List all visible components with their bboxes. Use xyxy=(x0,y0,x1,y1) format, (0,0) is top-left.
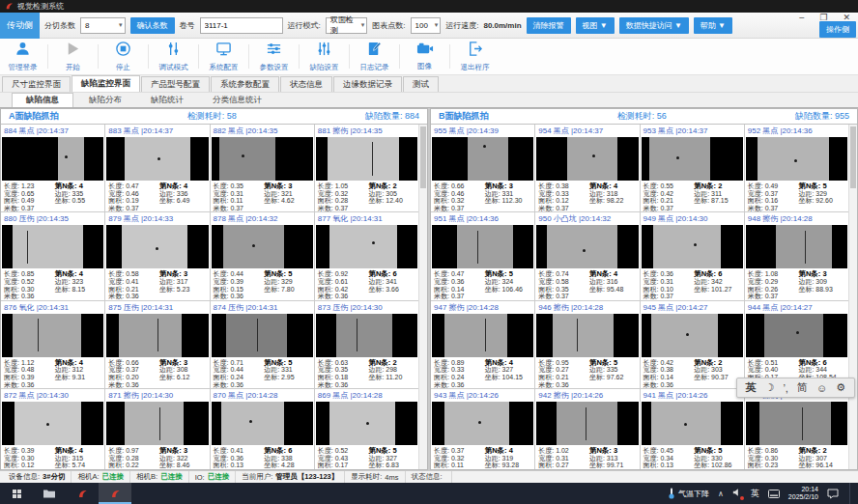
icon-button-7[interactable]: 缺陷设置 xyxy=(301,39,347,74)
chart-points-select[interactable]: 100▾ xyxy=(411,17,442,34)
defect-cell[interactable]: 945 黑点 |20:14:27 长度: 0.42 宽度: 0.38 面积: 0… xyxy=(641,301,745,388)
main-tab[interactable]: 边缘数据记录 xyxy=(333,76,402,92)
detection-app-button[interactable] xyxy=(66,483,99,504)
notification-icon[interactable] xyxy=(827,489,839,499)
defect-cell[interactable]: 955 黑点 |20:14:39 长度: 0.66 宽度: 0.46 面积: 0… xyxy=(431,125,535,211)
icon-button-9[interactable]: 图像 xyxy=(402,39,447,74)
defect-cell[interactable]: 872 黑点 |20:14:30 长度: 0.39 宽度: 0.30 面积: 0… xyxy=(1,389,105,469)
defect-cell[interactable]: 954 黑点 |20:14:37 长度: 0.38 宽度: 0.33 面积: 0… xyxy=(535,125,640,211)
defect-cell[interactable]: 884 黑点 |20:14:37 长度: 1.23 宽度: 0.65 面积: 0… xyxy=(1,125,105,211)
defect-strip-number: 第N条: 2 xyxy=(368,359,415,367)
operator-side-button[interactable]: 操作侧 xyxy=(819,21,856,38)
icon-button-6[interactable]: 参数设置 xyxy=(251,39,297,74)
defect-cell[interactable]: 941 黑点 |20:14:26 长度: 0.45 宽度: 0.34 面积: 0… xyxy=(641,389,745,469)
view-menu-button[interactable]: 视图 ▼ xyxy=(576,17,615,34)
defect-cell[interactable]: 946 擦伤 |20:14:28 长度: 0.95 宽度: 0.27 面积: 0… xyxy=(535,301,640,388)
status-label: 显示耗时: xyxy=(351,472,382,482)
status-segment: IO:已连接 xyxy=(189,471,237,483)
file-explorer-button[interactable] xyxy=(33,483,66,504)
defect-cell[interactable]: 949 黑点 |20:14:30 长度: 0.36 宽度: 0.31 面积: 0… xyxy=(641,212,745,299)
roll-number-input[interactable] xyxy=(200,17,283,34)
defect-edge-margin: 边距: 322 xyxy=(159,455,207,462)
defect-cell[interactable]: 878 黑点 |20:14:32 长度: 0.44 宽度: 0.39 面积: 0… xyxy=(211,212,315,299)
ime-lang-toggle[interactable]: 英 xyxy=(746,380,757,395)
icon-button-10[interactable]: 退出程序 xyxy=(452,39,498,74)
chevron-down-icon: ▾ xyxy=(431,21,439,29)
defect-cell[interactable]: 875 压伤 |20:14:31 长度: 0.66 宽度: 0.37 面积: 0… xyxy=(105,301,210,388)
icon-button-3[interactable]: 停止 xyxy=(100,39,146,74)
defect-width: 宽度: 0.30 xyxy=(4,455,55,462)
volume-button[interactable] xyxy=(732,488,742,499)
panel-b-scrollbar[interactable] xyxy=(848,125,857,469)
slit-count-select[interactable]: 8▾ xyxy=(80,17,126,34)
drive-side-tag[interactable]: 传动侧 xyxy=(0,13,40,39)
sub-tab[interactable]: 缺陷分布 xyxy=(75,93,135,107)
help-menu-button[interactable]: 帮助 ▼ xyxy=(694,17,732,34)
ime-emoji-icon[interactable]: ☺ xyxy=(816,382,827,394)
defect-cell[interactable]: 943 黑点 |20:14:26 长度: 0.37 宽度: 0.32 面积: 0… xyxy=(431,389,535,469)
main-tab[interactable]: 缺陷监控界面 xyxy=(72,75,140,92)
scrollbar-thumb[interactable] xyxy=(850,126,856,188)
main-tab[interactable]: 尺寸监控界面 xyxy=(2,76,71,92)
icon-button-2[interactable]: 开始 xyxy=(50,39,96,74)
start-button[interactable] xyxy=(0,483,33,504)
defect-cell[interactable]: 948 擦伤 |20:14:28 长度: 1.08 宽度: 0.29 面积: 0… xyxy=(745,212,848,299)
run-mode-select[interactable]: 双面检测▾ xyxy=(326,17,368,34)
defect-cell[interactable]: 942 擦伤 |20:14:26 长度: 1.02 宽度: 0.31 面积: 0… xyxy=(535,389,640,469)
defect-mark xyxy=(159,407,160,440)
scrollbar-thumb[interactable] xyxy=(420,126,426,188)
defect-cell[interactable]: 947 擦伤 |20:14:28 长度: 0.89 宽度: 0.33 面积: 0… xyxy=(431,301,535,388)
defect-cell[interactable]: 880 压伤 |20:14:35 长度: 0.85 宽度: 0.52 面积: 0… xyxy=(1,212,105,299)
confirm-count-button[interactable]: 确认条数 xyxy=(130,17,175,34)
defect-width: 宽度: 0.31 xyxy=(644,278,695,286)
defect-cell[interactable]: 870 黑点 |20:14:28 长度: 0.41 宽度: 0.36 面积: 0… xyxy=(211,389,315,469)
defect-cell[interactable]: 950 小凸坑 |20:14:32 长度: 0.74 宽度: 0.58 面积: … xyxy=(535,212,640,299)
ime-settings-icon[interactable]: ⚙ xyxy=(836,381,845,394)
ime-punct-toggle[interactable]: ’, xyxy=(783,382,788,394)
sub-tab[interactable]: 缺陷统计 xyxy=(137,93,197,107)
main-tab[interactable]: 产品型号配置 xyxy=(141,76,210,92)
defect-image xyxy=(432,137,533,181)
defect-cell[interactable]: 874 压伤 |20:14:31 长度: 0.71 宽度: 0.44 面积: 0… xyxy=(211,301,315,388)
taskbar-clock[interactable]: 20:14 2025/2/10 xyxy=(788,486,818,501)
defect-cell[interactable]: 944 黑点 |20:14:27 长度: 0.51 宽度: 0.40 面积: 0… xyxy=(745,301,848,388)
defect-cell[interactable]: 876 氧化 |20:14:31 长度: 1.12 宽度: 0.48 面积: 0… xyxy=(1,301,105,388)
sub-tab[interactable]: 缺陷信息 xyxy=(12,93,73,107)
defect-cell[interactable]: 881 擦伤 |20:14:35 长度: 1.05 宽度: 0.32 面积: 0… xyxy=(315,125,418,211)
clear-alarm-button[interactable]: 清除报警 xyxy=(527,17,571,34)
icon-button-1[interactable]: 管理登录 xyxy=(0,39,45,74)
defect-width: 宽度: 0.32 xyxy=(318,190,369,198)
tray-expand-chevron[interactable]: ∧ xyxy=(718,490,724,498)
ime-indicator[interactable]: 英 xyxy=(751,488,759,500)
defect-area: 面积: 0.20 xyxy=(108,374,159,381)
main-tab[interactable]: 测试 xyxy=(403,76,439,92)
panel-a-scrollbar[interactable] xyxy=(418,125,427,469)
show-desktop-button[interactable] xyxy=(849,483,853,504)
defect-cell[interactable]: 882 黑点 |20:14:35 长度: 0.35 宽度: 0.31 面积: 0… xyxy=(211,125,315,211)
defect-edge-margin: 边距: 298 xyxy=(368,366,415,374)
defect-cell[interactable]: 952 黑点 |20:14:36 长度: 0.49 宽度: 0.37 面积: 0… xyxy=(745,125,848,211)
defect-cell[interactable]: 940 擦伤 |20:14:26 长度: 0.86 宽度: 0.30 面积: 0… xyxy=(745,389,848,469)
ime-simplified-toggle[interactable]: 简 xyxy=(797,380,808,395)
defect-cell[interactable]: 953 黑点 |20:14:37 长度: 0.55 宽度: 0.42 面积: 0… xyxy=(641,125,745,211)
ime-half-full-icon[interactable]: ☽ xyxy=(765,381,775,394)
sub-tab[interactable]: 分类信息统计 xyxy=(199,93,275,107)
main-tab[interactable]: 系统参数配置 xyxy=(211,76,279,92)
icon-button-8[interactable]: 日志记录 xyxy=(352,39,397,74)
icon-button-4[interactable]: 调试模式 xyxy=(151,39,196,74)
main-tab[interactable]: 状态信息 xyxy=(280,76,332,92)
defect-cell[interactable]: 951 黑点 |20:14:36 长度: 0.47 宽度: 0.36 面积: 0… xyxy=(431,212,535,299)
defect-cell[interactable]: 877 氧化 |20:14:31 长度: 0.92 宽度: 0.61 面积: 0… xyxy=(315,212,418,299)
minimize-button[interactable]: – xyxy=(799,13,804,22)
icon-button-5[interactable]: 系统配置 xyxy=(201,39,246,74)
detection-app-button-active[interactable] xyxy=(99,483,131,504)
data-quick-access-button[interactable]: 数据快捷访问 ▼ xyxy=(619,17,689,34)
defect-cell[interactable]: 871 擦伤 |20:14:30 长度: 0.97 宽度: 0.28 面积: 0… xyxy=(105,389,210,469)
defect-image xyxy=(432,225,533,268)
defect-cell[interactable]: 879 黑点 |20:14:33 长度: 0.58 宽度: 0.41 面积: 0… xyxy=(105,212,210,299)
defect-cell[interactable]: 869 黑点 |20:14:28 长度: 0.52 宽度: 0.43 面积: 0… xyxy=(315,389,418,469)
defect-cell[interactable]: 873 压伤 |20:14:30 长度: 0.63 宽度: 0.35 面积: 0… xyxy=(315,301,418,388)
defect-cell[interactable]: 883 黑点 |20:14:37 长度: 0.47 宽度: 0.46 面积: 0… xyxy=(105,125,210,211)
touch-keyboard-icon[interactable] xyxy=(768,490,780,498)
weather-tray-item[interactable]: 气温下降 xyxy=(668,488,709,499)
